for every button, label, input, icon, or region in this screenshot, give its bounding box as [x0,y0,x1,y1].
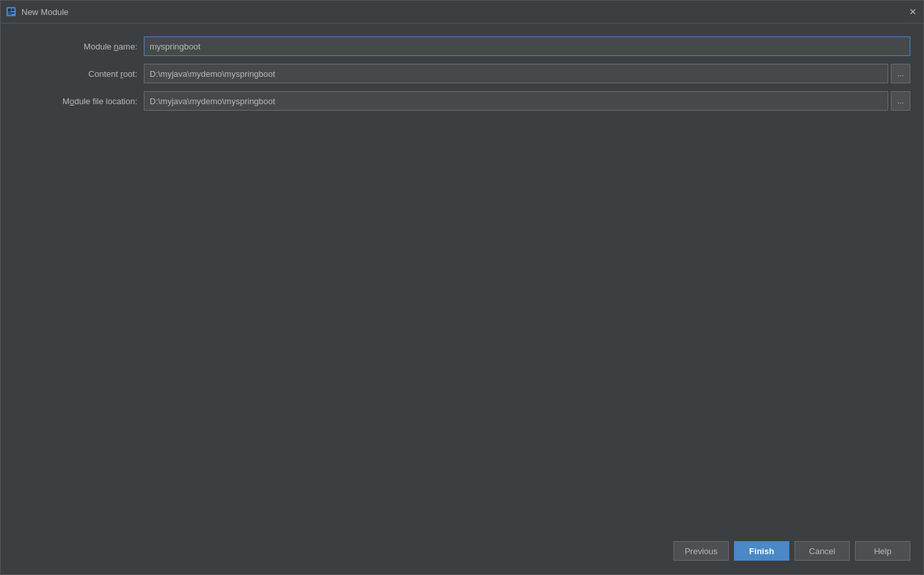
new-module-dialog: New Module ✕ Module name: Content root: … [0,0,924,575]
help-button[interactable]: Help [855,541,910,561]
svg-rect-4 [8,14,12,15]
module-file-location-label: Module file location: [14,96,137,106]
content-root-input[interactable] [144,64,888,83]
content-root-input-container: ... [144,64,910,83]
module-name-input[interactable] [144,36,910,56]
content-area: Module name: Content root: ... Module fi… [1,23,923,527]
button-bar: Previous Finish Cancel Help [1,527,923,574]
content-root-row: Content root: ... [14,64,910,83]
previous-button[interactable]: Previous [673,541,729,561]
svg-rect-1 [8,8,11,12]
title-bar-left: New Module [6,7,68,17]
title-bar: New Module ✕ [1,1,923,23]
content-root-label: Content root: [14,69,137,79]
module-svg-icon [6,7,16,17]
close-button[interactable]: ✕ [908,7,918,17]
title-text: New Module [21,7,68,17]
svg-rect-2 [12,8,14,11]
module-name-row: Module name: [14,36,910,56]
svg-rect-3 [8,12,14,14]
module-name-label: Module name: [14,42,137,51]
module-icon [6,7,16,17]
content-spacer [14,119,910,527]
module-file-location-input-container: ... [144,91,910,111]
module-name-input-container [144,36,910,56]
cancel-button[interactable]: Cancel [795,541,850,561]
content-root-browse-button[interactable]: ... [891,64,910,83]
module-file-location-browse-button[interactable]: ... [891,91,910,111]
module-file-location-input[interactable] [144,91,888,111]
finish-button[interactable]: Finish [734,541,789,561]
module-file-location-row: Module file location: ... [14,91,910,111]
